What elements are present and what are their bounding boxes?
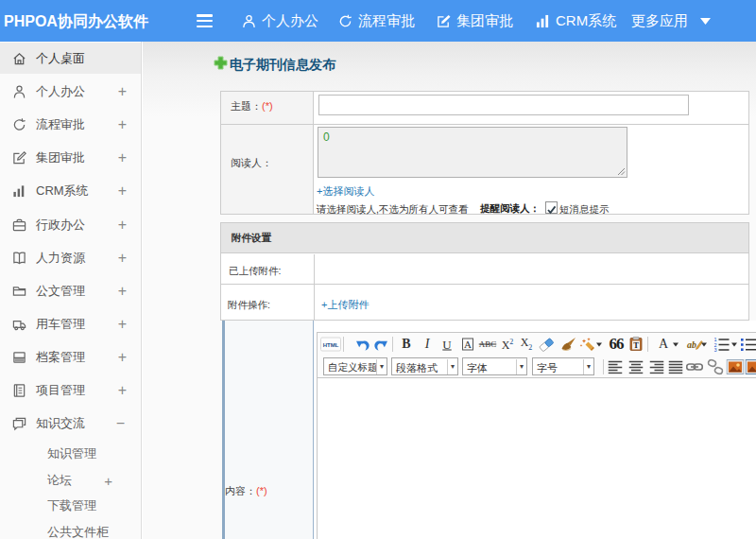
svg-text:T: T: [633, 340, 639, 350]
svg-text:ab: ab: [687, 339, 696, 350]
svg-text:3: 3: [714, 347, 717, 353]
